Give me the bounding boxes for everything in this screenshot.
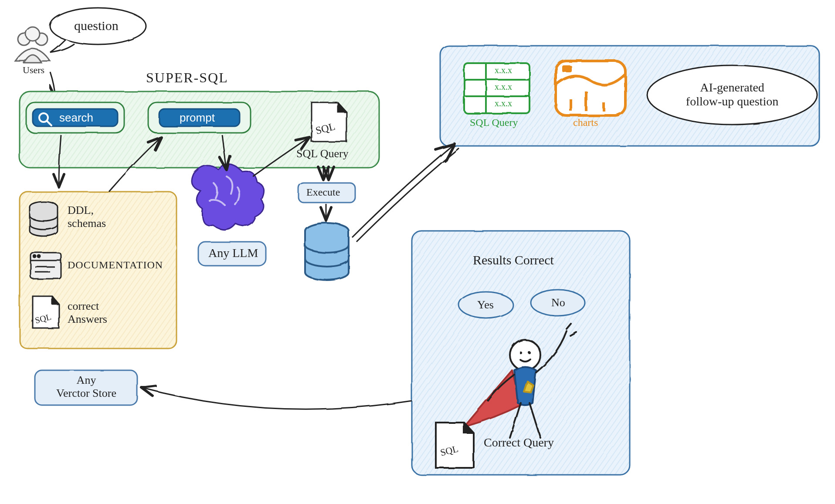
- prompt-label: prompt: [180, 112, 215, 125]
- users-icon: [15, 27, 50, 63]
- db-cylinder: [305, 223, 349, 280]
- sql-query-label-panel: SQL Query: [296, 147, 349, 160]
- correct-answers-label: correct Answers: [68, 300, 107, 326]
- svg-point-43: [510, 340, 540, 370]
- svg-rect-38: [562, 65, 572, 72]
- document-icon: [31, 253, 61, 279]
- vector-store-label: Any Verctor Store: [47, 374, 126, 400]
- svg-point-45: [528, 352, 531, 354]
- table-cell-3: x.x.x: [495, 98, 512, 108]
- svg-point-21: [34, 255, 36, 258]
- supersql-title: SUPER-SQL: [146, 70, 228, 86]
- search-label: search: [59, 112, 93, 125]
- svg-point-8: [26, 27, 40, 41]
- diagram-canvas: { "top": { "users_label": "Users", "ques…: [0, 0, 835, 504]
- yes-label: Yes: [477, 298, 494, 311]
- execute-label: Execute: [306, 186, 340, 199]
- table-cell-2: x.x.x: [495, 82, 512, 92]
- svg-point-22: [38, 255, 41, 258]
- arrow-results-to-vector: [142, 388, 412, 409]
- brain-icon: [192, 164, 264, 230]
- followup-label: AI-generated follow-up question: [680, 81, 784, 108]
- db-icon-ddl: [30, 202, 58, 236]
- table-cell-1: x.x.x: [495, 65, 512, 75]
- charts-label: charts: [573, 117, 598, 129]
- results-title: Results Correct: [473, 253, 554, 268]
- documentation-label: DOCUMENTATION: [68, 259, 163, 271]
- users-label: Users: [23, 64, 44, 75]
- sql-query-label-output: SQL Query: [470, 117, 518, 129]
- correct-query-label: Correct Query: [484, 436, 554, 450]
- no-label: No: [551, 296, 565, 309]
- ddl-label: DDL, schemas: [68, 204, 106, 230]
- question-text: question: [74, 18, 119, 34]
- svg-point-44: [519, 352, 522, 354]
- any-llm-label: Any LLM: [208, 246, 258, 260]
- charts-icon: [556, 61, 625, 115]
